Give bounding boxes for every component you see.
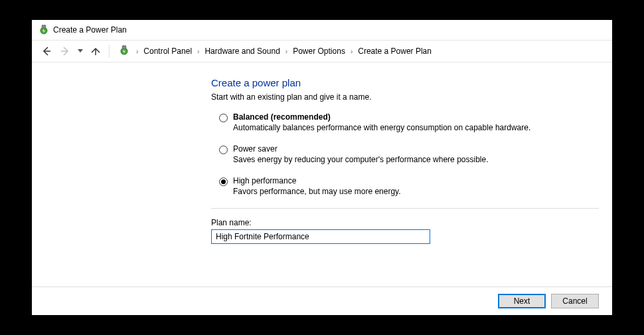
breadcrumb-control-panel[interactable]: Control Panel: [142, 45, 193, 57]
svg-rect-7: [125, 45, 125, 47]
radio-highperf[interactable]: [219, 177, 228, 186]
svg-rect-2: [42, 25, 43, 26]
chevron-right-icon[interactable]: ›: [349, 48, 354, 55]
chevron-right-icon[interactable]: ›: [284, 48, 289, 55]
history-dropdown[interactable]: [76, 49, 85, 53]
power-options-icon: [39, 25, 49, 35]
plan-option-powersaver[interactable]: Power saver Saves energy by reducing you…: [211, 144, 599, 164]
plan-option-highperf[interactable]: High performance Favors performance, but…: [211, 176, 599, 196]
radio-balanced[interactable]: [219, 114, 228, 122]
footer: Next Cancel: [32, 286, 612, 315]
nav-separator: [109, 45, 110, 58]
plan-option-balanced[interactable]: Balanced (recommended) Automatically bal…: [211, 112, 599, 132]
page-heading: Create a power plan: [211, 77, 599, 88]
radio-powersaver[interactable]: [219, 146, 228, 154]
svg-rect-6: [123, 45, 123, 47]
plan-title: Power saver: [233, 144, 489, 154]
cancel-button[interactable]: Cancel: [551, 294, 599, 308]
content-area: Create a power plan Start with an existi…: [32, 62, 612, 286]
chevron-right-icon[interactable]: ›: [196, 48, 201, 55]
back-button[interactable]: [39, 43, 54, 59]
breadcrumb-power-options[interactable]: Power Options: [291, 45, 347, 57]
plan-desc: Automatically balances performance with …: [233, 123, 530, 132]
window-title: Create a Power Plan: [53, 25, 127, 35]
up-button[interactable]: [88, 43, 104, 59]
breadcrumb-hardware-sound[interactable]: Hardware and Sound: [203, 45, 281, 57]
power-options-icon: [119, 45, 129, 58]
svg-rect-3: [44, 25, 45, 26]
titlebar: Create a Power Plan: [32, 20, 612, 40]
breadcrumb-create-power-plan[interactable]: Create a Power Plan: [357, 45, 433, 57]
window: Create a Power Plan: [32, 20, 612, 315]
page-subtitle: Start with an existing plan and give it …: [211, 92, 599, 102]
chevron-right-icon[interactable]: ›: [135, 48, 139, 55]
breadcrumb: › Control Panel › Hardware and Sound › P…: [135, 45, 433, 57]
forward-button[interactable]: [57, 43, 73, 59]
navbar: › Control Panel › Hardware and Sound › P…: [32, 40, 612, 62]
svg-rect-5: [122, 46, 126, 49]
plan-title: High performance: [233, 176, 401, 185]
plan-desc: Favors performance, but may use more ene…: [233, 187, 401, 196]
plan-name-label: Plan name:: [211, 218, 599, 227]
plan-title: Balanced (recommended): [233, 112, 530, 122]
svg-rect-1: [42, 25, 46, 28]
plan-name-input[interactable]: [211, 229, 430, 244]
plan-desc: Saves energy by reducing your computer's…: [233, 155, 489, 164]
divider: [211, 208, 599, 209]
next-button[interactable]: Next: [498, 294, 546, 308]
